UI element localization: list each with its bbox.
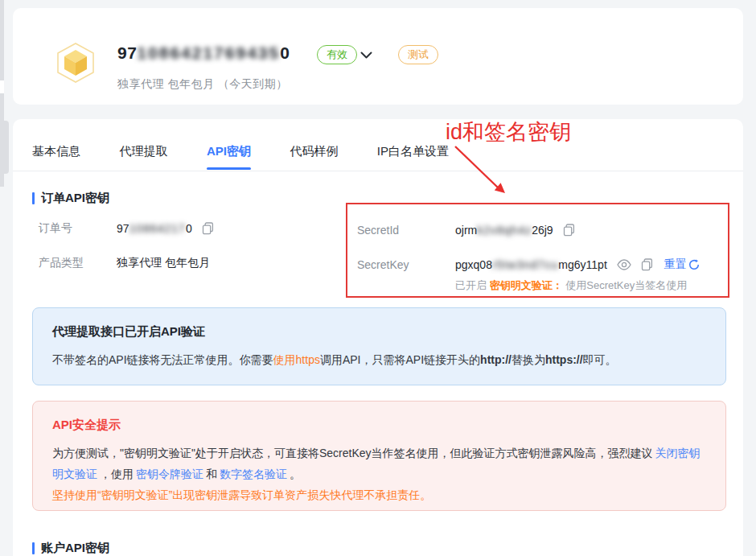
copy-icon — [563, 224, 575, 237]
chevron-down-icon[interactable] — [360, 51, 372, 60]
copy-secret-id-button[interactable] — [563, 224, 575, 237]
order-header-card: 9710864217694350 有效 测试 独享代理 包年包月 （今天到期） — [13, 8, 743, 105]
tab-code-sample[interactable]: 代码样例 — [290, 134, 338, 169]
copy-order-number-button[interactable] — [202, 222, 214, 235]
secret-key-label: SecretKey — [357, 258, 455, 271]
product-type-row: 产品类型 独享代理 包年包月 — [39, 256, 210, 270]
order-number-row: 订单号 97108642170 — [39, 221, 214, 236]
copy-icon — [202, 222, 214, 235]
api-security-warning-box: API安全提示 为方便测试，"密钥明文验证"处于开启状态，可直接将SecretK… — [32, 401, 726, 511]
copy-secret-key-button[interactable] — [641, 258, 653, 271]
product-type-label: 产品类型 — [39, 256, 117, 270]
left-edge-gap — [0, 80, 4, 93]
secret-id-value: ojrmk2v8qh4z26j9 — [455, 224, 553, 237]
tab-basic-info[interactable]: 基本信息 — [32, 134, 80, 169]
secret-id-row: SecretId ojrmk2v8qh4z26j9 — [357, 224, 575, 237]
status-badge: 有效 — [317, 45, 357, 64]
tab-api-key[interactable]: API密钥 — [207, 134, 251, 169]
toggle-secret-key-visibility-button[interactable] — [617, 259, 631, 270]
use-https-link[interactable]: 使用https — [273, 353, 320, 366]
reset-secret-key-button[interactable]: 重置 — [664, 257, 700, 272]
warning-box-title: API安全提示 — [52, 418, 706, 433]
order-number-title: 9710864217694350 — [117, 43, 290, 63]
section-bar — [32, 542, 35, 554]
page: 9710864217694350 有效 测试 独享代理 包年包月 （今天到期） … — [0, 0, 756, 556]
token-verification-link[interactable]: 密钥令牌验证 — [136, 467, 203, 480]
order-number-masked: 1086421769435 — [137, 43, 280, 62]
copy-icon — [641, 258, 653, 271]
account-api-key-section-title: 账户API密钥 — [32, 541, 109, 556]
order-number-suffix: 0 — [280, 43, 290, 62]
env-badge: 测试 — [398, 45, 438, 64]
refresh-icon — [688, 259, 700, 270]
secret-highlight-box — [346, 203, 729, 298]
left-scrollbar-thumb[interactable] — [0, 121, 9, 174]
secret-id-label: SecretId — [357, 224, 455, 237]
product-cube-icon — [55, 42, 97, 84]
tab-proxy-extract[interactable]: 代理提取 — [119, 134, 167, 169]
tab-bar: 基本信息 代理提取 API密钥 代码样例 IP白名单设置 — [13, 134, 743, 171]
active-tab-underline — [207, 167, 251, 170]
tab-ip-whitelist[interactable]: IP白名单设置 — [377, 134, 449, 169]
secret-key-value: pgxq08r5tw3nd7cumg6y11pt — [455, 258, 607, 271]
order-number-value: 97108642170 — [117, 222, 192, 235]
annotation-arrow — [441, 143, 529, 201]
api-verification-info-box: 代理提取接口已开启API验证 不带签名的API链接将无法正常使用。你需要使用ht… — [32, 307, 726, 385]
product-type-value: 独享代理 包年包月 — [117, 256, 210, 270]
warning-box-body: 为方便测试，"密钥明文验证"处于开启状态，可直接将SecretKey当作签名使用… — [52, 443, 706, 505]
order-number-label: 订单号 — [39, 221, 117, 236]
info-box-body: 不带签名的API链接将无法正常使用。你需要使用https调用API，只需将API… — [52, 349, 706, 370]
order-number-prefix: 97 — [117, 43, 137, 62]
annotation-text: id和签名密钥 — [446, 117, 571, 146]
section-bar — [32, 192, 35, 204]
order-api-key-section-title: 订单API密钥 — [32, 191, 109, 206]
info-box-title: 代理提取接口已开启API验证 — [52, 324, 706, 340]
eye-icon — [617, 259, 631, 270]
digital-signature-verification-link[interactable]: 数字签名验证 — [220, 467, 287, 480]
warning-disclaimer-text: 坚持使用“密钥明文验证”出现密钥泄露导致订单资产损失快代理不承担责任。 — [52, 488, 431, 501]
secret-key-row: SecretKey pgxq08r5tw3nd7cumg6y11pt 重置 — [357, 257, 700, 272]
order-subtitle: 独享代理 包年包月 （今天到期） — [117, 77, 288, 92]
